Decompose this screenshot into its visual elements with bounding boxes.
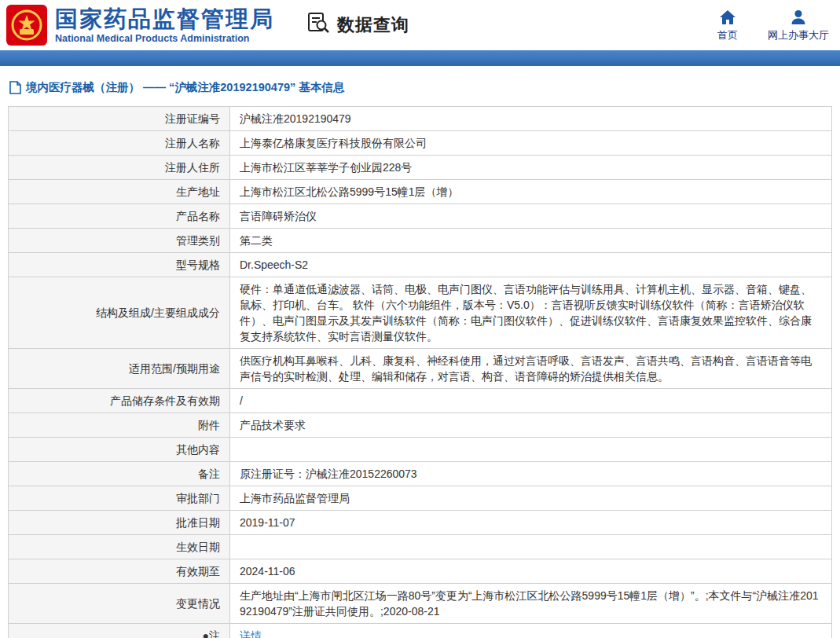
table-row: 适用范围/预期用途 供医疗机构耳鼻喉科、儿科、康复科、神经科使用，通过对言语呼吸…: [9, 349, 832, 389]
table-row: 管理类别 第二类: [9, 229, 832, 253]
nav-online-hall[interactable]: 网上办事大厅: [768, 8, 829, 42]
details-link[interactable]: 详情: [240, 629, 262, 638]
row-value: Dr.Speech-S2: [230, 253, 832, 277]
emblem-icon: [9, 8, 44, 42]
table-row: 审批部门 上海市药品监督管理局: [9, 486, 832, 511]
row-value: 第二类: [230, 229, 832, 253]
table-row: 生产地址 上海市松江区北松公路5999号15幢1层（增）: [9, 180, 832, 204]
table-row: 变更情况 生产地址由“上海市闸北区江场一路80号”变更为“上海市松江区北松公路5…: [9, 584, 832, 624]
site-header: 国家药品监督管理局 National Medical Products Admi…: [0, 0, 840, 50]
row-label: 有效期至: [9, 559, 230, 584]
row-label: 生产地址: [9, 180, 230, 204]
national-emblem-logo: [6, 5, 47, 46]
document-icon: [9, 81, 21, 94]
breadcrumb: 境内医疗器械（注册） —— “沪械注准20192190479” 基本信息: [0, 66, 840, 104]
row-value: 上海泰亿格康复医疗科技股份有限公司: [230, 131, 832, 156]
org-name-cn: 国家药品监督管理局: [55, 6, 274, 32]
main-content: 境内医疗器械（注册） —— “沪械注准20192190479” 基本信息 注册证…: [0, 66, 840, 638]
row-value: 硬件：单通道低通滤波器、话筒、电极、电声门图仪、言语功能评估与训练用具、计算机主…: [230, 277, 832, 349]
row-value: /: [230, 389, 832, 413]
registration-info-table-wrap: 注册证编号 沪械注准20192190479 注册人名称 上海泰亿格康复医疗科技股…: [0, 104, 840, 638]
row-label: 附件: [9, 413, 230, 438]
table-row: 备注 原注册证号：沪械注准20152260073: [9, 462, 832, 486]
row-value: 上海市松江区北松公路5999号15幢1层（增）: [230, 180, 832, 204]
note-row-label: ●注: [9, 624, 230, 638]
row-value: 言语障碍矫治仪: [230, 204, 832, 229]
header-divider-band: [0, 50, 840, 66]
table-row: 附件 产品技术要求: [9, 413, 832, 438]
row-label: 变更情况: [9, 584, 230, 624]
row-value: 供医疗机构耳鼻喉科、儿科、康复科、神经科使用，通过对言语呼吸、言语发声、言语共鸣…: [230, 349, 832, 389]
table-row: 产品储存条件及有效期 /: [9, 389, 832, 413]
row-label: 审批部门: [9, 486, 230, 511]
org-name-en: National Medical Products Administration: [55, 32, 274, 45]
page-title: 境内医疗器械（注册） —— “沪械注准20192190479” 基本信息: [26, 80, 344, 95]
row-label: 备注: [9, 462, 230, 486]
table-row: 产品名称 言语障碍矫治仪: [9, 204, 832, 229]
nav-home[interactable]: 首页: [717, 8, 738, 42]
row-value: 沪械注准20192190479: [230, 107, 832, 131]
row-label: 型号规格: [9, 253, 230, 277]
row-label: 管理类别: [9, 229, 230, 253]
row-value: 2024-11-06: [230, 559, 832, 584]
table-row: 有效期至 2024-11-06: [9, 559, 832, 584]
row-label: 生效日期: [9, 535, 230, 559]
top-nav: 首页 网上办事大厅: [717, 8, 829, 42]
person-icon: [790, 8, 806, 25]
table-row-note: ●注 详情: [9, 624, 832, 638]
data-query-title: 数据查询: [307, 12, 409, 38]
table-row: 生效日期: [9, 535, 832, 559]
row-value: 生产地址由“上海市闸北区江场一路80号”变更为“上海市松江区北松公路5999号1…: [230, 584, 832, 624]
table-row: 注册人住所 上海市松江区莘莘学子创业园228号: [9, 156, 832, 180]
row-label: 适用范围/预期用途: [9, 349, 230, 389]
row-label: 结构及组成/主要组成成分: [9, 277, 230, 349]
row-label: 产品名称: [9, 204, 230, 229]
row-value: [230, 438, 832, 462]
home-icon: [719, 8, 736, 25]
row-label: 产品储存条件及有效期: [9, 389, 230, 413]
data-query-icon: [307, 12, 331, 38]
table-row: 其他内容: [9, 438, 832, 462]
table-row: 注册证编号 沪械注准20192190479: [9, 107, 832, 131]
row-label: 注册人住所: [9, 156, 230, 180]
note-row-value: 详情: [230, 624, 832, 638]
row-label: 注册证编号: [9, 107, 230, 131]
row-value: [230, 535, 832, 559]
nav-online-hall-label: 网上办事大厅: [768, 28, 829, 42]
nav-home-label: 首页: [717, 28, 738, 42]
row-value: 上海市松江区莘莘学子创业园228号: [230, 156, 832, 180]
registration-info-table: 注册证编号 沪械注准20192190479 注册人名称 上海泰亿格康复医疗科技股…: [8, 106, 832, 638]
row-label: 批准日期: [9, 511, 230, 535]
row-value: 2019-11-07: [230, 511, 832, 535]
logo-text: 国家药品监督管理局 National Medical Products Admi…: [55, 6, 274, 45]
logo-area: 国家药品监督管理局 National Medical Products Admi…: [6, 5, 274, 46]
row-label: 其他内容: [9, 438, 230, 462]
table-row: 型号规格 Dr.Speech-S2: [9, 253, 832, 277]
row-value: 原注册证号：沪械注准20152260073: [230, 462, 832, 486]
table-row: 批准日期 2019-11-07: [9, 511, 832, 535]
row-label: 注册人名称: [9, 131, 230, 156]
data-query-label: 数据查询: [337, 13, 409, 37]
table-row: 结构及组成/主要组成成分 硬件：单通道低通滤波器、话筒、电极、电声门图仪、言语功…: [9, 277, 832, 349]
table-row: 注册人名称 上海泰亿格康复医疗科技股份有限公司: [9, 131, 832, 156]
row-value: 上海市药品监督管理局: [230, 486, 832, 511]
row-value: 产品技术要求: [230, 413, 832, 438]
